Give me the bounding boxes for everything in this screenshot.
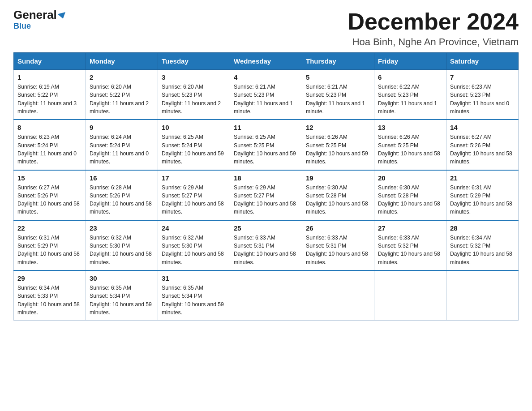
- table-row: 8Sunrise: 6:23 AMSunset: 5:24 PMDaylight…: [14, 120, 86, 170]
- day-number: 15: [17, 174, 82, 182]
- col-monday: Monday: [86, 53, 158, 70]
- day-number: 10: [162, 124, 226, 131]
- table-row: 15Sunrise: 6:27 AMSunset: 5:26 PMDayligh…: [14, 170, 86, 220]
- table-row: 1Sunrise: 6:19 AMSunset: 5:22 PMDaylight…: [14, 70, 86, 120]
- day-info: Sunrise: 6:27 AMSunset: 5:26 PMDaylight:…: [17, 184, 82, 216]
- table-row: 9Sunrise: 6:24 AMSunset: 5:24 PMDaylight…: [86, 120, 158, 170]
- day-number: 17: [162, 174, 226, 182]
- day-info: Sunrise: 6:22 AMSunset: 5:23 PMDaylight:…: [378, 83, 442, 116]
- day-info: Sunrise: 6:27 AMSunset: 5:26 PMDaylight:…: [450, 133, 515, 166]
- table-row: [302, 270, 374, 321]
- day-info: Sunrise: 6:20 AMSunset: 5:23 PMDaylight:…: [162, 83, 226, 116]
- day-info: Sunrise: 6:28 AMSunset: 5:26 PMDaylight:…: [90, 184, 154, 216]
- day-number: 8: [17, 124, 82, 131]
- table-row: 11Sunrise: 6:25 AMSunset: 5:25 PMDayligh…: [230, 120, 302, 170]
- table-row: 19Sunrise: 6:30 AMSunset: 5:28 PMDayligh…: [302, 170, 374, 220]
- calendar-title: December 2024: [348, 9, 519, 34]
- title-area: December 2024 Hoa Binh, Nghe An Province…: [348, 9, 519, 48]
- day-info: Sunrise: 6:21 AMSunset: 5:23 PMDaylight:…: [234, 83, 298, 116]
- table-row: 5Sunrise: 6:21 AMSunset: 5:23 PMDaylight…: [302, 70, 374, 120]
- table-row: [446, 270, 519, 321]
- day-info: Sunrise: 6:20 AMSunset: 5:22 PMDaylight:…: [90, 83, 154, 116]
- day-number: 1: [17, 73, 82, 81]
- table-row: 25Sunrise: 6:33 AMSunset: 5:31 PMDayligh…: [230, 220, 302, 270]
- day-number: 22: [17, 224, 82, 232]
- day-number: 16: [90, 174, 154, 182]
- table-row: 23Sunrise: 6:32 AMSunset: 5:30 PMDayligh…: [86, 220, 158, 270]
- table-row: 30Sunrise: 6:35 AMSunset: 5:34 PMDayligh…: [86, 270, 158, 321]
- day-info: Sunrise: 6:25 AMSunset: 5:25 PMDaylight:…: [234, 133, 298, 166]
- calendar-row: 15Sunrise: 6:27 AMSunset: 5:26 PMDayligh…: [14, 170, 519, 220]
- table-row: 16Sunrise: 6:28 AMSunset: 5:26 PMDayligh…: [86, 170, 158, 220]
- day-info: Sunrise: 6:33 AMSunset: 5:31 PMDaylight:…: [306, 234, 370, 266]
- header-row: Sunday Monday Tuesday Wednesday Thursday…: [14, 53, 519, 70]
- logo-text: General: [13, 9, 66, 21]
- day-number: 21: [450, 174, 515, 182]
- col-saturday: Saturday: [446, 53, 519, 70]
- table-row: 29Sunrise: 6:34 AMSunset: 5:33 PMDayligh…: [14, 270, 86, 321]
- day-info: Sunrise: 6:32 AMSunset: 5:30 PMDaylight:…: [90, 234, 154, 266]
- table-row: 21Sunrise: 6:31 AMSunset: 5:29 PMDayligh…: [446, 170, 519, 220]
- col-friday: Friday: [374, 53, 446, 70]
- day-info: Sunrise: 6:31 AMSunset: 5:29 PMDaylight:…: [17, 234, 82, 266]
- calendar-row: 29Sunrise: 6:34 AMSunset: 5:33 PMDayligh…: [14, 270, 519, 321]
- col-wednesday: Wednesday: [230, 53, 302, 70]
- day-number: 30: [90, 274, 154, 282]
- calendar-row: 8Sunrise: 6:23 AMSunset: 5:24 PMDaylight…: [14, 120, 519, 170]
- day-number: 5: [306, 73, 370, 81]
- table-row: 18Sunrise: 6:29 AMSunset: 5:27 PMDayligh…: [230, 170, 302, 220]
- day-number: 24: [162, 224, 226, 232]
- day-number: 4: [234, 73, 298, 81]
- calendar-row: 1Sunrise: 6:19 AMSunset: 5:22 PMDaylight…: [14, 70, 519, 120]
- logo: General Blue: [13, 9, 66, 31]
- day-number: 11: [234, 124, 298, 131]
- table-row: 13Sunrise: 6:26 AMSunset: 5:25 PMDayligh…: [374, 120, 446, 170]
- day-number: 9: [90, 124, 154, 131]
- day-number: 13: [378, 124, 442, 131]
- table-row: 4Sunrise: 6:21 AMSunset: 5:23 PMDaylight…: [230, 70, 302, 120]
- day-info: Sunrise: 6:26 AMSunset: 5:25 PMDaylight:…: [306, 133, 370, 166]
- calendar-subtitle: Hoa Binh, Nghe An Province, Vietnam: [348, 36, 519, 48]
- table-row: 3Sunrise: 6:20 AMSunset: 5:23 PMDaylight…: [158, 70, 230, 120]
- day-number: 7: [450, 73, 515, 81]
- day-number: 18: [234, 174, 298, 182]
- table-row: 28Sunrise: 6:34 AMSunset: 5:32 PMDayligh…: [446, 220, 519, 270]
- table-row: 7Sunrise: 6:23 AMSunset: 5:23 PMDaylight…: [446, 70, 519, 120]
- day-number: 2: [90, 73, 154, 81]
- day-number: 6: [378, 73, 442, 81]
- day-number: 29: [17, 274, 82, 282]
- table-row: 6Sunrise: 6:22 AMSunset: 5:23 PMDaylight…: [374, 70, 446, 120]
- day-number: 27: [378, 224, 442, 232]
- day-info: Sunrise: 6:25 AMSunset: 5:24 PMDaylight:…: [162, 133, 226, 166]
- calendar-row: 22Sunrise: 6:31 AMSunset: 5:29 PMDayligh…: [14, 220, 519, 270]
- table-row: 20Sunrise: 6:30 AMSunset: 5:28 PMDayligh…: [374, 170, 446, 220]
- table-row: 27Sunrise: 6:33 AMSunset: 5:32 PMDayligh…: [374, 220, 446, 270]
- day-number: 12: [306, 124, 370, 131]
- day-info: Sunrise: 6:23 AMSunset: 5:23 PMDaylight:…: [450, 83, 515, 116]
- table-row: [374, 270, 446, 321]
- table-row: 2Sunrise: 6:20 AMSunset: 5:22 PMDaylight…: [86, 70, 158, 120]
- logo-sub: Blue: [13, 21, 31, 31]
- day-info: Sunrise: 6:32 AMSunset: 5:30 PMDaylight:…: [162, 234, 226, 266]
- day-info: Sunrise: 6:35 AMSunset: 5:34 PMDaylight:…: [90, 284, 154, 317]
- day-number: 28: [450, 224, 515, 232]
- table-row: 17Sunrise: 6:29 AMSunset: 5:27 PMDayligh…: [158, 170, 230, 220]
- day-info: Sunrise: 6:31 AMSunset: 5:29 PMDaylight:…: [450, 184, 515, 216]
- col-sunday: Sunday: [14, 53, 86, 70]
- day-number: 26: [306, 224, 370, 232]
- table-row: 12Sunrise: 6:26 AMSunset: 5:25 PMDayligh…: [302, 120, 374, 170]
- day-info: Sunrise: 6:21 AMSunset: 5:23 PMDaylight:…: [306, 83, 370, 116]
- col-thursday: Thursday: [302, 53, 374, 70]
- day-info: Sunrise: 6:29 AMSunset: 5:27 PMDaylight:…: [234, 184, 298, 216]
- day-number: 3: [162, 73, 226, 81]
- calendar-table: Sunday Monday Tuesday Wednesday Thursday…: [13, 52, 519, 321]
- day-number: 23: [90, 224, 154, 232]
- table-row: 24Sunrise: 6:32 AMSunset: 5:30 PMDayligh…: [158, 220, 230, 270]
- table-row: [230, 270, 302, 321]
- day-info: Sunrise: 6:30 AMSunset: 5:28 PMDaylight:…: [306, 184, 370, 216]
- day-info: Sunrise: 6:29 AMSunset: 5:27 PMDaylight:…: [162, 184, 226, 216]
- day-info: Sunrise: 6:26 AMSunset: 5:25 PMDaylight:…: [378, 133, 442, 166]
- table-row: 14Sunrise: 6:27 AMSunset: 5:26 PMDayligh…: [446, 120, 519, 170]
- day-info: Sunrise: 6:24 AMSunset: 5:24 PMDaylight:…: [90, 133, 154, 166]
- table-row: 26Sunrise: 6:33 AMSunset: 5:31 PMDayligh…: [302, 220, 374, 270]
